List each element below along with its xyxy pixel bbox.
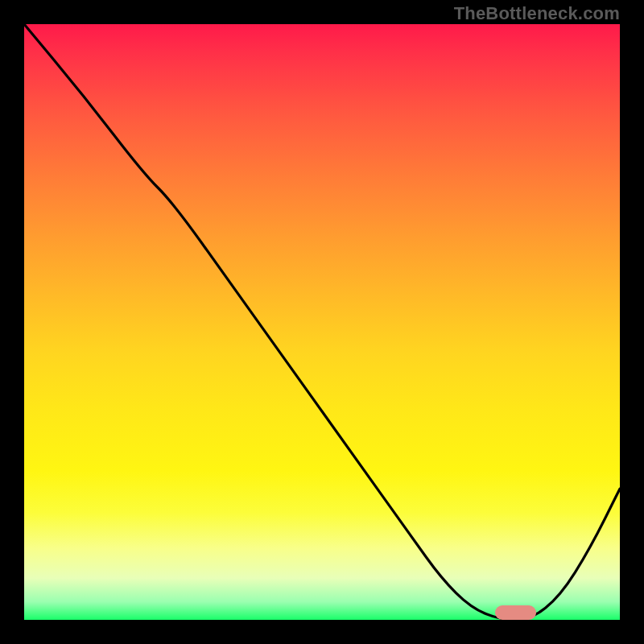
optimal-range-marker	[495, 605, 537, 620]
bottleneck-curve	[24, 24, 620, 620]
attribution-text: TheBottleneck.com	[454, 3, 620, 24]
